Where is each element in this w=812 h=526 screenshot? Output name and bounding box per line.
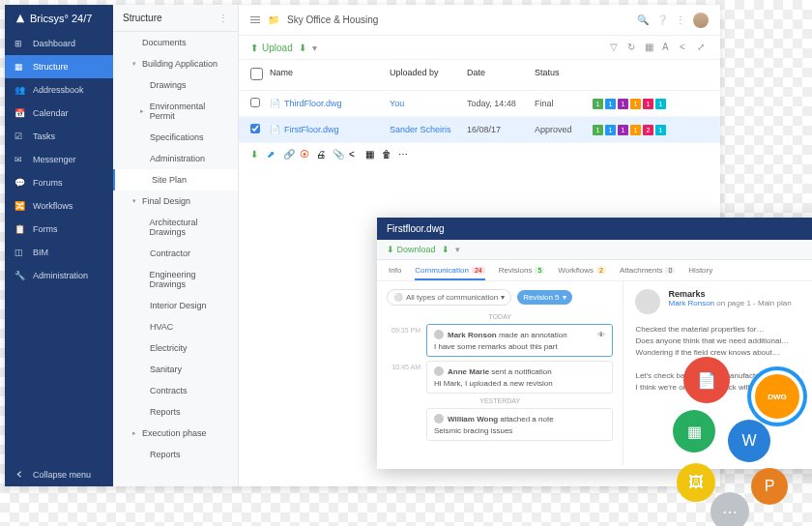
action-link-icon[interactable]: 🔗: [283, 149, 294, 160]
search-icon[interactable]: 🔍: [637, 15, 649, 25]
tree-item[interactable]: Architectural Drawings: [113, 212, 238, 243]
action-share-icon[interactable]: <: [349, 149, 360, 160]
brand-text: Bricsys° 24/7: [30, 13, 92, 24]
activity-time: 09:35 PM: [387, 324, 420, 357]
tab-workflows[interactable]: Workflows2: [558, 266, 606, 275]
tab-history[interactable]: History: [688, 266, 712, 275]
select-all-checkbox[interactable]: [250, 68, 263, 80]
tab-revisions[interactable]: Revisions5: [499, 266, 545, 275]
tree-item[interactable]: Specifications: [113, 127, 238, 148]
file-link[interactable]: 📄ThirdFloor.dwg: [270, 99, 390, 108]
tree-item[interactable]: Interior Design: [113, 295, 238, 316]
preview-download-button[interactable]: ⬇ Download: [387, 245, 436, 254]
more-dropdown-icon[interactable]: ▾: [312, 43, 317, 53]
col-uploadedby-header[interactable]: Uploaded by: [390, 68, 467, 82]
row-checkbox[interactable]: [250, 124, 260, 133]
tree-item[interactable]: HVAC: [113, 316, 238, 337]
tab-communication[interactable]: Communication24: [415, 266, 484, 280]
table-row[interactable]: 📄FirstFloor.dwg Sander Scheiris 16/08/17…: [239, 117, 720, 143]
nav-workflows-icon: 🔀: [14, 201, 25, 211]
row-checkbox[interactable]: [250, 98, 260, 107]
text-icon[interactable]: A: [662, 42, 674, 53]
col-date-header[interactable]: Date: [467, 68, 535, 82]
tree-item[interactable]: ▸Execution phase: [113, 423, 238, 444]
tree-item[interactable]: Sanitary: [113, 359, 238, 380]
action-structure-icon[interactable]: ⦿: [300, 149, 310, 160]
avatar-icon: [434, 414, 444, 424]
structure-menu-icon[interactable]: ⋮: [218, 13, 228, 23]
action-more-icon[interactable]: ⋯: [398, 149, 409, 160]
tree-item[interactable]: ▸Environmental Permit: [113, 96, 238, 127]
tree-item[interactable]: Reports: [113, 444, 238, 465]
preview-dropdown-icon[interactable]: ▾: [455, 245, 460, 254]
visibility-icon[interactable]: 👁: [597, 331, 605, 339]
nav-administration[interactable]: 🔧Administration: [5, 264, 113, 287]
nav-addressbook[interactable]: 👥Addressbook: [5, 78, 113, 102]
upload-date: Today, 14:48: [467, 99, 535, 108]
tree-item[interactable]: Contracts: [113, 380, 238, 401]
tab-attachments[interactable]: Attachments0: [620, 266, 675, 275]
help-icon[interactable]: ❔: [656, 15, 668, 25]
expand-icon[interactable]: ⤢: [697, 42, 709, 53]
activity-card: William Wong attached a note Seismic bra…: [426, 408, 613, 441]
uploaded-by[interactable]: You: [390, 99, 467, 108]
revision-dropdown[interactable]: Revision 5 ▾: [517, 290, 571, 305]
col-status-header[interactable]: Status: [535, 68, 593, 82]
collapse-menu[interactable]: Collapse menu: [5, 462, 113, 486]
uploaded-by[interactable]: Sander Scheiris: [390, 125, 467, 134]
filter-communication-dropdown[interactable]: ⚪ All types of communication ▾: [387, 289, 511, 306]
nav-dashboard[interactable]: ⊞Dashboard: [5, 32, 113, 55]
nav-bim[interactable]: ◫BIM: [5, 241, 113, 264]
activity-item[interactable]: William Wong attached a note Seismic bra…: [387, 408, 613, 441]
tree-item[interactable]: Drawings: [113, 74, 238, 96]
action-delete-icon[interactable]: 🗑: [382, 149, 392, 160]
action-grid-icon[interactable]: ▦: [365, 149, 376, 160]
nav-structure[interactable]: ▦Structure: [5, 55, 113, 78]
nav-structure-icon: ▦: [14, 62, 25, 72]
status-badge: 2: [643, 125, 653, 135]
download-icon[interactable]: ⬇: [299, 43, 306, 53]
tree-item[interactable]: Administration: [113, 148, 238, 169]
nav-messenger[interactable]: ✉Messenger: [5, 148, 113, 171]
tree-item[interactable]: Engineering Drawings: [113, 264, 238, 295]
activity-item[interactable]: 09:35 PM Mark Ronson made an annotation …: [387, 324, 613, 357]
grid-icon[interactable]: ▦: [645, 42, 656, 53]
tree-item[interactable]: Documents: [113, 32, 238, 53]
action-print-icon[interactable]: 🖨: [316, 149, 327, 160]
tree-item[interactable]: Site Plan: [113, 169, 238, 190]
user-avatar[interactable]: [693, 13, 709, 28]
tree-item[interactable]: Electricity: [113, 337, 238, 359]
tree-item[interactable]: ▾Final Design: [113, 190, 238, 212]
file-link[interactable]: 📄FirstFloor.dwg: [270, 125, 390, 134]
tab-info[interactable]: Info: [389, 266, 401, 275]
preview-action-icon[interactable]: ⬇: [442, 245, 450, 254]
topbar: 📁 Sky Office & Housing 🔍 ❔ ⋮: [239, 5, 720, 36]
tree-item[interactable]: ▾Building Application: [113, 53, 238, 74]
nav-forums[interactable]: 💬Forums: [5, 171, 113, 194]
action-open-icon[interactable]: ⬈: [267, 149, 277, 160]
tab-count-badge: 0: [665, 267, 675, 274]
col-name-header[interactable]: Name: [270, 68, 390, 82]
upload-button[interactable]: ⬆ Upload: [250, 43, 293, 53]
action-attach-icon[interactable]: 📎: [333, 149, 343, 160]
notifications-icon[interactable]: ⋮: [676, 15, 685, 25]
nav-tasks[interactable]: ☑Tasks: [5, 125, 113, 148]
bubble-dwg-icon: DWG: [747, 366, 807, 426]
collapse-icon: [14, 469, 25, 480]
refresh-icon[interactable]: ↻: [627, 42, 639, 53]
share-icon[interactable]: <: [680, 42, 691, 53]
tree-item[interactable]: Reports: [113, 401, 238, 423]
activity-item[interactable]: 10:45 AM Anne Marie sent a notification …: [387, 361, 613, 394]
nav-forms[interactable]: 📋Forms: [5, 218, 113, 241]
tree-item[interactable]: Contractor: [113, 243, 238, 264]
nav-dashboard-icon: ⊞: [14, 39, 25, 48]
nav-calendar[interactable]: 📅Calendar: [5, 102, 113, 125]
activity-body: I have some remarks about this part: [434, 342, 605, 351]
menu-icon[interactable]: [250, 16, 260, 24]
table-row[interactable]: 📄ThirdFloor.dwg You Today, 14:48 Final 1…: [239, 91, 720, 117]
action-download-icon[interactable]: ⬇: [250, 149, 261, 160]
nav-workflows[interactable]: 🔀Workflows: [5, 194, 113, 218]
activity-body: Seismic bracing issues: [434, 426, 605, 435]
svg-marker-0: [16, 15, 24, 22]
filter-icon[interactable]: ▽: [610, 42, 622, 53]
